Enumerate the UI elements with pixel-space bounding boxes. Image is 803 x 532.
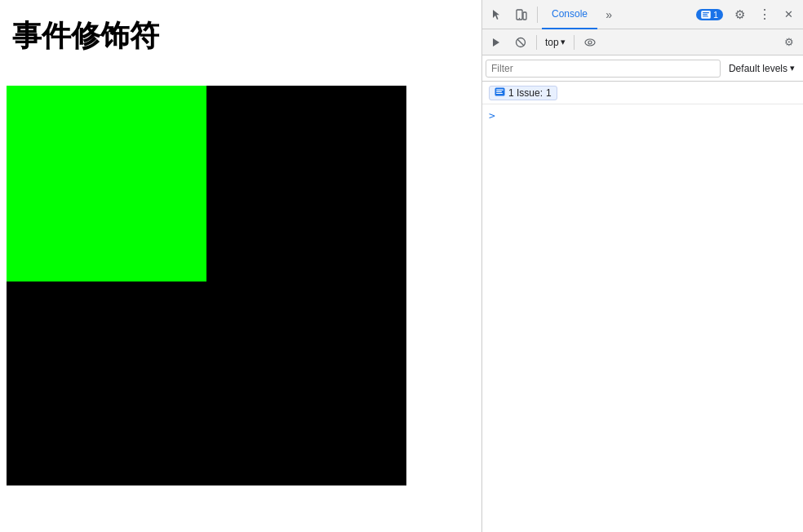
issues-badge[interactable]: 1 [696,9,723,20]
cursor-icon [490,8,504,21]
issues-text: 1 Issue: [508,87,543,99]
context-chevron-icon: ▾ [561,37,566,47]
console-gear-icon: ⚙ [784,36,794,48]
svg-point-10 [585,39,595,46]
devtools-second-toolbar: top ▾ ⚙ [482,29,803,55]
run-snippet-button[interactable] [486,32,507,53]
toolbar-divider-3 [574,35,575,50]
default-levels-label: Default levels [729,63,787,74]
svg-line-9 [517,39,524,46]
eye-icon [584,37,596,48]
tab-console[interactable]: Console [542,0,597,29]
issues-inline-svg [495,87,505,96]
filter-bar: Default levels ▾ [482,55,803,82]
issues-inline-count: 1 [546,87,552,99]
default-levels-button[interactable]: Default levels ▾ [724,61,800,76]
browser-page: 事件修饰符 [0,0,481,532]
issues-inline-badge[interactable]: 1 Issue: 1 [489,86,557,100]
device-toolbar-button[interactable] [510,3,533,26]
clear-console-button[interactable] [510,32,531,53]
more-menu-button[interactable]: ⋮ [752,3,775,26]
toolbar-divider-2 [536,35,537,50]
live-expressions-button[interactable] [579,32,601,53]
svg-rect-4 [703,12,709,13]
filter-input[interactable] [486,60,721,78]
issues-row: 1 Issue: 1 [482,82,803,104]
ban-icon [515,37,526,48]
more-icon: ⋮ [758,7,770,22]
console-output-area: > [482,104,803,532]
svg-rect-14 [496,91,502,92]
svg-rect-1 [523,12,526,20]
issues-count: 1 [713,10,718,20]
levels-chevron-icon: ▾ [790,63,795,73]
green-rect [7,86,206,282]
more-tabs-button[interactable]: » [599,3,619,26]
console-settings-button[interactable]: ⚙ [779,32,800,53]
console-tab-label: Console [552,8,588,20]
context-selector[interactable]: top ▾ [542,35,569,50]
devtools-panel: Console » 1 ⚙ ⋮ ✕ [481,0,803,532]
devtools-top-toolbar: Console » 1 ⚙ ⋮ ✕ [482,0,803,29]
issue-inline-icon [495,87,505,98]
console-expandable-row[interactable]: > [482,108,803,123]
svg-rect-13 [496,90,504,91]
gear-icon: ⚙ [734,7,745,22]
settings-button[interactable]: ⚙ [728,3,751,26]
svg-rect-5 [703,14,708,15]
console-arrow-icon: > [489,109,495,122]
play-icon [490,37,502,48]
canvas-area [7,86,406,485]
svg-rect-15 [496,93,503,94]
inspect-element-button[interactable] [486,3,508,26]
svg-marker-7 [493,38,499,47]
svg-point-11 [588,41,592,44]
context-label: top [545,37,559,48]
issues-icon [701,11,711,19]
svg-rect-6 [703,16,708,16]
more-tabs-label: » [606,8,612,21]
close-icon: ✕ [784,8,793,20]
svg-point-2 [519,17,520,18]
device-icon [515,8,528,21]
close-devtools-button[interactable]: ✕ [777,3,800,26]
toolbar-divider-1 [537,7,538,23]
page-title: 事件修饰符 [0,0,481,69]
